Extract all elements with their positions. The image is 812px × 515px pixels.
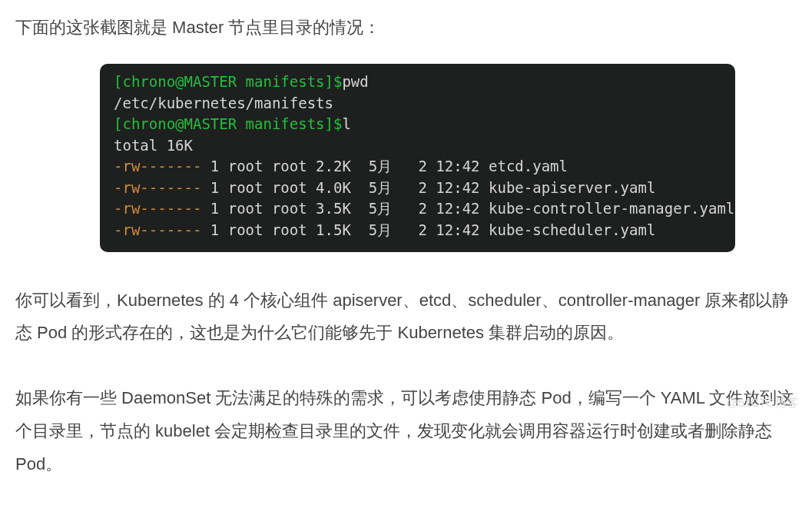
prompt: [chrono@MASTER manifests]$ (114, 115, 342, 132)
prompt: [chrono@MASTER manifests]$ (114, 73, 342, 90)
file-detail: 1 root root 1.5K 5月 2 12:42 kube-schedul… (201, 221, 655, 238)
file-perm: -rw------- (114, 179, 201, 196)
file-detail: 1 root root 3.5K 5月 2 12:42 kube-control… (201, 200, 734, 217)
terminal-screenshot: [chrono@MASTER manifests]$pwd /etc/kuber… (100, 64, 735, 251)
body-paragraph: 如果你有一些 DaemonSet 无法满足的特殊的需求，可以考虑使用静态 Pod… (15, 382, 797, 481)
file-detail: 1 root root 4.0K 5月 2 12:42 kube-apiserv… (201, 179, 655, 196)
file-row: -rw------- 1 root root 1.5K 5月 2 12:42 k… (114, 220, 721, 241)
terminal-output: total 16K (114, 135, 721, 157)
command: l (342, 115, 350, 132)
file-perm: -rw------- (114, 221, 201, 238)
file-row: -rw------- 1 root root 4.0K 5月 2 12:42 k… (114, 178, 721, 199)
watermark-text: @51CTO博客 (727, 396, 798, 410)
file-row: -rw------- 1 root root 3.5K 5月 2 12:42 k… (114, 198, 721, 220)
file-perm: -rw------- (114, 200, 201, 217)
terminal-output: /etc/kubernetes/manifests (114, 93, 721, 115)
body-paragraph: 你可以看到，Kubernetes 的 4 个核心组件 apiserver、etc… (15, 284, 797, 351)
terminal-line: [chrono@MASTER manifests]$l (114, 114, 721, 135)
file-row: -rw------- 1 root root 2.2K 5月 2 12:42 e… (114, 156, 721, 178)
terminal-line: [chrono@MASTER manifests]$pwd (114, 71, 721, 93)
file-perm: -rw------- (114, 158, 201, 174)
file-detail: 1 root root 2.2K 5月 2 12:42 etcd.yaml (201, 158, 568, 174)
command: pwd (342, 73, 368, 90)
intro-text: 下面的这张截图就是 Master 节点里目录的情况： (15, 14, 797, 41)
